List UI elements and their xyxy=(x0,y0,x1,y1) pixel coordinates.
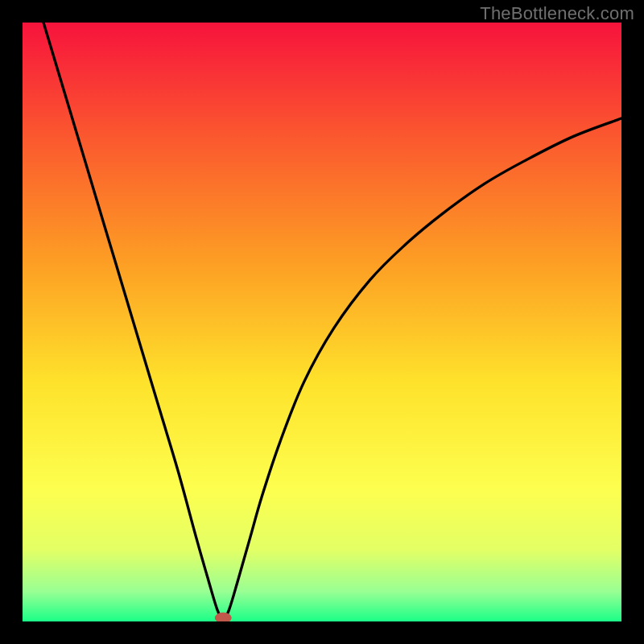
gradient-background xyxy=(23,23,621,621)
plot-area xyxy=(23,23,621,621)
watermark-text: TheBottleneck.com xyxy=(480,3,634,24)
chart-svg xyxy=(23,23,621,621)
chart-frame: TheBottleneck.com xyxy=(0,0,644,644)
